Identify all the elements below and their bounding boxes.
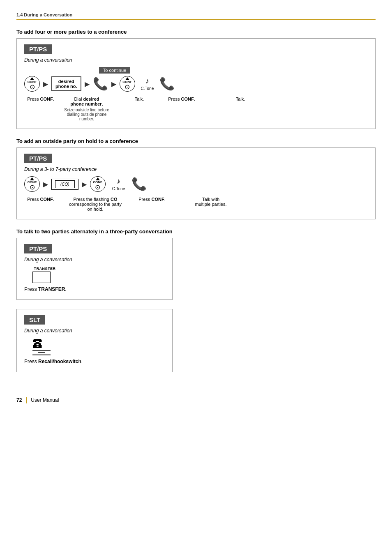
section2-device-header: PT/PS: [24, 154, 52, 163]
section3-slt-label: Press Recall/hookswitch.: [24, 359, 165, 364]
section2-context: During a 3- to 7-party conference: [24, 166, 368, 172]
desired-phone-icon: desired phone no.: [51, 76, 81, 91]
section2-box: PT/PS During a 3- to 7-party conference …: [16, 147, 376, 219]
s2-arrow-2: ▶: [82, 180, 87, 188]
talk-phone-2: 📞: [159, 78, 175, 90]
label-talk-2: Talk.: [228, 97, 253, 101]
label-press-conf-2: Press CONF.: [163, 97, 200, 101]
s2-conf-icon-1: CONF ⊙: [24, 176, 40, 192]
label-dial-desired: Dial desiredphone number. Seize outside …: [62, 97, 111, 121]
footer-label: User Manual: [31, 397, 59, 403]
footer-divider: [26, 397, 27, 403]
talk-phone-1: 📞: [93, 78, 108, 90]
conf-icon-1: CONF ⊙: [24, 76, 40, 92]
section3-pt-label: Press TRANSFER.: [24, 286, 165, 292]
section3-pt-context: During a conversation: [24, 257, 165, 263]
s2-arrow-1: ▶: [43, 180, 48, 188]
s2-talk-phone: 📞: [131, 178, 147, 190]
page-number: 72: [16, 397, 22, 403]
s2-label-press-conf-1: Press CONF.: [24, 197, 57, 202]
section3-pt-box: PT/PS During a conversation TRANSFER Pre…: [16, 238, 173, 300]
s2-label-talk: Talk withmultiple parties.: [190, 197, 231, 207]
s2-ctone-icon: ♪ C.Tone: [112, 177, 125, 191]
transfer-icon: TRANSFER: [32, 267, 165, 283]
section1-label-row: Press CONF. Dial desiredphone number. Se…: [24, 97, 368, 121]
section1-box: PT/PS During a conversation To continue …: [16, 38, 376, 129]
section3-slt-box: SLT During a conversation 🕿 ▬▬ Press Rec…: [16, 309, 173, 372]
section1-flow-row: CONF ⊙ ▶ desired phone no. ▶ 📞 ▶ CONF ⊙: [24, 76, 368, 92]
to-continue-badge: To continue: [99, 67, 130, 74]
section1-device-header: PT/PS: [24, 44, 52, 54]
section3-pt-header: PT/PS: [24, 244, 52, 253]
section2-label-row: Press CONF. Press the flashing COcorresp…: [24, 197, 368, 212]
s2-label-co: Press the flashing COcorresponding to th…: [65, 197, 126, 212]
label-press-conf-1: Press CONF.: [24, 97, 57, 101]
label-talk-1: Talk.: [123, 97, 156, 101]
section3-title: To talk to two parties alternately in a …: [16, 228, 376, 235]
section3-slt-context: During a conversation: [24, 328, 165, 334]
section1-title: To add four or more parties to a confere…: [16, 29, 376, 35]
section-header: 1.4 During a Conversation: [16, 12, 376, 20]
arrow-1: ▶: [43, 80, 48, 88]
page-footer: 72 User Manual: [16, 397, 376, 403]
s2-conf-icon-2: CONF ⊙: [90, 176, 106, 192]
conf-icon-2: CONF ⊙: [120, 76, 135, 92]
co-box-icon: (CO): [51, 179, 78, 190]
section2-flow-row: CONF ⊙ ▶ (CO) ▶ CONF ⊙ ♪ C.Tone: [24, 176, 368, 192]
s2-label-press-conf-2: Press CONF.: [134, 197, 171, 202]
section1-context: During a conversation: [24, 57, 368, 63]
section2-title: To add an outside party on hold to a con…: [16, 138, 376, 144]
arrow-3: ▶: [111, 80, 116, 88]
hookswitch-icon: 🕿 ▬▬: [32, 338, 165, 355]
section3-slt-header: SLT: [24, 315, 45, 325]
arrow-2: ▶: [85, 80, 90, 88]
ctone-icon-1: ♪ C.Tone: [141, 77, 154, 91]
